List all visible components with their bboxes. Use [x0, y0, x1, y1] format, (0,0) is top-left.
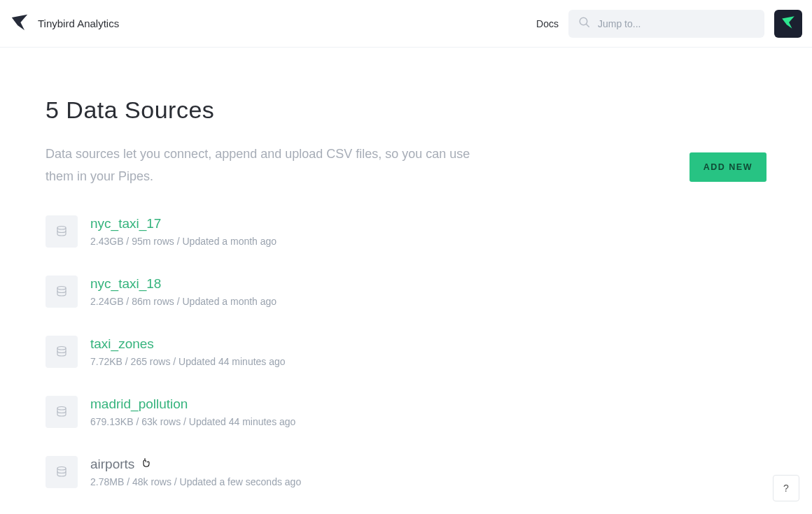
- header-right: Docs: [536, 10, 802, 38]
- docs-link[interactable]: Docs: [536, 18, 559, 29]
- datasource-meta: 2.24GB / 86m rows / Updated a month ago: [90, 296, 276, 307]
- main: 5 Data Sources Data sources let you conn…: [0, 48, 812, 514]
- svg-point-3: [57, 287, 66, 290]
- datasource-meta: 2.78MB / 48k rows / Updated a few second…: [90, 476, 301, 487]
- svg-point-6: [57, 467, 66, 471]
- svg-point-2: [57, 227, 66, 230]
- search[interactable]: [568, 10, 764, 38]
- account-avatar[interactable]: [774, 10, 802, 38]
- datasource-row[interactable]: airports 2.78MB / 48k rows / Updated a f…: [46, 456, 766, 488]
- datasource-row[interactable]: madrid_pollution 679.13KB / 63k rows / U…: [46, 396, 766, 428]
- datasource-body: nyc_taxi_18 2.24GB / 86m rows / Updated …: [90, 276, 276, 307]
- database-icon: [46, 456, 78, 488]
- search-input[interactable]: [598, 18, 755, 29]
- search-icon: [578, 16, 591, 31]
- database-icon: [46, 396, 78, 428]
- svg-line-1: [586, 24, 589, 27]
- page-title: 5 Data Sources: [46, 97, 766, 124]
- database-icon: [46, 215, 78, 248]
- datasource-body: madrid_pollution 679.13KB / 63k rows / U…: [90, 397, 295, 427]
- subtitle-row: Data sources let you connect, append and…: [46, 143, 766, 190]
- brand[interactable]: Tinybird Analytics: [10, 13, 119, 35]
- datasource-name: taxi_zones: [90, 336, 286, 352]
- datasource-list: nyc_taxi_17 2.43GB / 95m rows / Updated …: [46, 215, 766, 488]
- brand-name: Tinybird Analytics: [38, 17, 119, 29]
- add-new-button[interactable]: ADD NEW: [690, 152, 766, 182]
- svg-point-4: [57, 347, 66, 350]
- page-subtitle: Data sources let you connect, append and…: [46, 143, 493, 190]
- datasource-meta: 679.13KB / 63k rows / Updated 44 minutes…: [90, 416, 295, 427]
- datasource-name: nyc_taxi_18: [90, 276, 276, 292]
- datasource-body: taxi_zones 7.72KB / 265 rows / Updated 4…: [90, 336, 286, 367]
- datasource-meta: 2.43GB / 95m rows / Updated a month ago: [90, 236, 276, 247]
- svg-point-0: [580, 17, 587, 25]
- bird-icon: [780, 15, 796, 33]
- datasource-name: madrid_pollution: [90, 397, 295, 412]
- datasource-row[interactable]: taxi_zones 7.72KB / 265 rows / Updated 4…: [46, 336, 766, 368]
- svg-point-5: [57, 407, 66, 411]
- database-icon: [46, 336, 78, 368]
- datasource-name: nyc_taxi_17: [90, 216, 276, 231]
- datasource-name: airports: [90, 457, 301, 472]
- datasource-row[interactable]: nyc_taxi_17 2.43GB / 95m rows / Updated …: [46, 215, 766, 248]
- header: Tinybird Analytics Docs: [0, 0, 812, 48]
- datasource-body: nyc_taxi_17 2.43GB / 95m rows / Updated …: [90, 216, 276, 247]
- datasource-row[interactable]: nyc_taxi_18 2.24GB / 86m rows / Updated …: [46, 276, 766, 308]
- datasource-meta: 7.72KB / 265 rows / Updated 44 minutes a…: [90, 356, 286, 367]
- datasource-body: airports 2.78MB / 48k rows / Updated a f…: [90, 457, 301, 487]
- database-icon: [46, 276, 78, 308]
- brand-logo-icon: [10, 13, 29, 35]
- help-button[interactable]: ?: [773, 475, 799, 501]
